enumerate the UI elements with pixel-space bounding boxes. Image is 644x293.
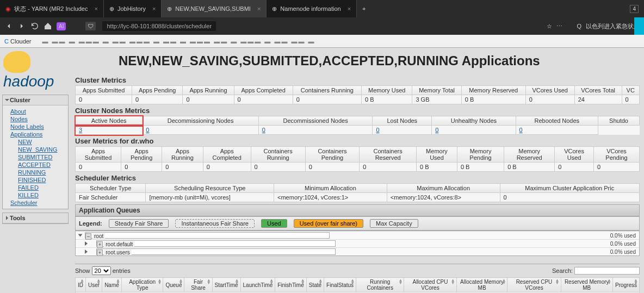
col-header[interactable]: LaunchTime▲▼ — [240, 278, 275, 292]
legend-max[interactable]: Max Capacity — [370, 219, 418, 228]
new-tab-button[interactable]: + — [357, 5, 371, 12]
queue-name[interactable]: root — [92, 233, 105, 239]
cell: 0 — [183, 95, 234, 104]
metric-link[interactable]: 0 — [519, 127, 523, 133]
ai-icon[interactable]: AI — [57, 22, 66, 30]
nav-about[interactable]: About — [10, 108, 65, 115]
tab-yarn[interactable]: ◉状态 - YARN (MR2 Includec× — [0, 0, 104, 17]
legend-steady[interactable]: Steady Fair Share — [109, 219, 169, 228]
col-header[interactable]: Fair Share▲▼ — [184, 278, 212, 292]
legend-row: Legend: Steady Fair Share Instantaneous … — [75, 216, 640, 230]
col-header: Scheduling Resource Type — [146, 184, 274, 193]
queue-toggle[interactable] — [85, 241, 88, 246]
queue-name[interactable]: root.users — [104, 250, 131, 255]
col-header: Containers Pending — [305, 147, 360, 163]
tab-jobhistory[interactable]: ⊕JobHistory× — [104, 0, 162, 17]
bookmark-item[interactable]: Clouder — [10, 38, 32, 45]
page-size-select[interactable]: 20 — [92, 266, 111, 275]
bookmark-bar: C Clouder ▬ ▬▬ ▬ ▬▬▬ ▬ ▬▬ ▬▬▬ ▬ ▬▬ ▬ ▬▬▬… — [0, 35, 644, 48]
tab-applications[interactable]: ⊕NEW,NEW_SAVING,SUBMI× — [162, 0, 267, 17]
close-icon[interactable]: × — [348, 5, 351, 12]
col-header[interactable]: Allocated CPU VCores▲▼ — [404, 278, 456, 292]
legend-overfair[interactable]: Used (over fair share) — [294, 219, 363, 228]
star-icon[interactable]: ☆ — [547, 23, 552, 30]
col-header[interactable]: Application Type▲▼ — [121, 278, 163, 292]
col-header[interactable]: Running Containers▲▼ — [356, 278, 404, 292]
col-header[interactable]: Reserved CPU VCores▲▼ — [507, 278, 561, 292]
metric-link[interactable]: 0 — [376, 127, 379, 133]
extension-icon[interactable] — [634, 17, 644, 35]
col-header[interactable]: Name▲▼ — [102, 278, 122, 292]
url-bar[interactable]: http://lyc-80-101:8088/cluster/scheduler — [102, 21, 216, 31]
col-header[interactable]: FinishTime▲▼ — [275, 278, 307, 292]
nodes-metrics-table: Active NodesDecommissioning NodesDecommi… — [75, 116, 640, 135]
queue-used: 0.0% used — [610, 233, 636, 239]
nav-app-failed[interactable]: FAILED — [18, 184, 65, 191]
col-header: VCores Used — [555, 147, 594, 163]
col-header: Shutdo — [598, 116, 640, 126]
close-icon[interactable]: × — [95, 5, 98, 12]
col-header[interactable]: State▲▼ — [306, 278, 324, 292]
nav-app-killed[interactable]: KILLED — [18, 191, 65, 199]
nav-tools-header[interactable]: Tools — [3, 213, 68, 223]
nav-app-running[interactable]: RUNNING — [18, 169, 65, 176]
col-header[interactable]: StartTime▲▼ — [212, 278, 240, 292]
cluster-metrics-table: Apps SubmittedApps PendingApps RunningAp… — [75, 85, 640, 104]
cell: 0 — [500, 193, 640, 202]
nav-applications[interactable]: Applications — [10, 130, 65, 138]
nav-app-finished[interactable]: FINISHED — [18, 176, 65, 184]
tab-namenode[interactable]: ⊕Namenode information× — [267, 0, 357, 17]
search-input[interactable] — [574, 267, 640, 275]
nav-cluster-header[interactable]: Cluster — [3, 95, 68, 105]
queue-toggle[interactable] — [85, 250, 88, 254]
metric-link[interactable]: 3 — [79, 127, 82, 133]
cell: 0 — [360, 163, 417, 172]
expand-icon[interactable]: + — [97, 241, 103, 248]
expand-icon[interactable]: – — [85, 233, 91, 240]
cell: [memory-mb (unit=Mi), vcores] — [146, 193, 274, 202]
nav-app-submitted[interactable]: SUBMITTED — [18, 153, 65, 161]
tab-count: 4 — [630, 5, 639, 13]
close-icon[interactable]: × — [257, 5, 261, 12]
col-header[interactable]: Allocated Memory MB▲▼ — [456, 278, 507, 292]
home-icon[interactable] — [44, 22, 52, 30]
back-icon[interactable] — [4, 22, 13, 30]
menu-icon[interactable]: ⋯ — [556, 23, 562, 30]
col-header: Active Nodes — [76, 116, 143, 126]
col-header[interactable]: User▲▼ — [86, 278, 102, 292]
nav-node-labels[interactable]: Node Labels — [10, 123, 65, 130]
cell: Fair Scheduler — [76, 193, 146, 202]
metric-link[interactable]: 0 — [146, 127, 149, 133]
close-icon[interactable]: × — [152, 5, 156, 12]
user-metrics-title: User Metrics for dr.who — [75, 137, 640, 145]
col-header[interactable]: Reserved Memory MB▲▼ — [561, 278, 612, 292]
metric-link[interactable]: 0 — [435, 127, 438, 133]
col-header: Memory Reserved — [461, 86, 525, 95]
nav-nodes[interactable]: Nodes — [10, 115, 65, 123]
col-header[interactable]: FinalStatus▲▼ — [324, 278, 356, 292]
cell: 0 — [593, 163, 639, 172]
col-header[interactable]: Queue▲▼ — [163, 278, 184, 292]
nav-app-new-saving[interactable]: NEW_SAVING — [18, 146, 65, 153]
queue-toggle[interactable] — [78, 234, 83, 237]
queue-used: 0.0% used — [610, 249, 636, 255]
shield-icon[interactable]: 🛡 — [85, 22, 96, 30]
queue-name[interactable]: root.default — [104, 241, 134, 247]
expand-icon[interactable]: + — [97, 250, 103, 256]
nav-scheduler[interactable]: Scheduler — [10, 199, 65, 207]
col-header: Maximum Allocation — [387, 184, 500, 193]
legend-used[interactable]: Used — [261, 219, 287, 228]
col-header: Memory Total — [412, 86, 461, 95]
cell: <memory:1024, vCores:8> — [387, 193, 500, 202]
legend-instant[interactable]: Instantaneous Fair Share — [175, 219, 255, 228]
search-box[interactable]: 以色列进入紧急状态 — [586, 22, 640, 30]
nav-app-new[interactable]: NEW — [18, 138, 65, 146]
col-header: Apps Running — [162, 147, 203, 163]
nav-app-accepted[interactable]: ACCEPTED — [18, 161, 65, 169]
col-header[interactable]: Progress▲▼ — [612, 278, 639, 292]
col-header[interactable]: ID▲▼ — [76, 278, 86, 292]
hadoop-logo[interactable]: hadoop — [2, 50, 69, 91]
reload-icon[interactable] — [30, 22, 39, 30]
metric-link[interactable]: 0 — [262, 127, 265, 133]
forward-icon[interactable] — [17, 22, 26, 30]
